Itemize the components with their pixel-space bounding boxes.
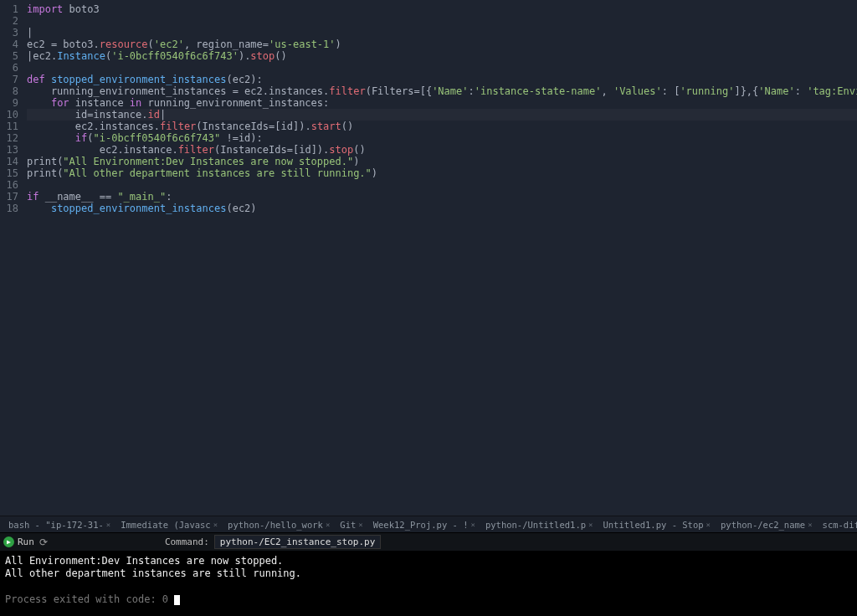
- line-number: 9: [0, 97, 18, 109]
- line-number: 5: [0, 50, 18, 62]
- close-icon[interactable]: ×: [326, 521, 330, 529]
- tab-label: python-/hello_work: [228, 520, 323, 530]
- close-icon[interactable]: ×: [471, 521, 475, 529]
- line-number: 7: [0, 74, 18, 85]
- line-number: 2: [0, 15, 18, 27]
- code-line[interactable]: |ec2.Instance('i-0bcff0540f6c6f743').sto…: [27, 50, 857, 62]
- tab[interactable]: python-/hello_work×: [223, 516, 335, 532]
- code-line[interactable]: print("All Environment:Dev Instances are…: [27, 156, 857, 167]
- console-exit-line: Process exited with code: 0: [5, 593, 852, 606]
- code-line[interactable]: |: [27, 27, 857, 38]
- code-area[interactable]: import boto3|ec2 = boto3.resource('ec2',…: [23, 0, 857, 516]
- reload-icon[interactable]: ⟳: [39, 536, 48, 548]
- run-label[interactable]: Run: [18, 536, 34, 547]
- code-line[interactable]: [27, 15, 857, 27]
- code-line[interactable]: id=instance.id|: [27, 109, 857, 121]
- code-line[interactable]: [27, 62, 857, 74]
- tab-label: Immediate (Javasc: [121, 520, 210, 530]
- tab-label: scm-diff-view:/hom: [823, 520, 857, 530]
- tab-label: python-/Untitled1.p: [485, 520, 586, 530]
- tab[interactable]: python-/Untitled1.p×: [480, 516, 598, 532]
- line-number: 6: [0, 62, 18, 74]
- tab-label: python-/ec2_name: [721, 520, 805, 530]
- line-number: 17: [0, 191, 18, 203]
- line-number: 15: [0, 167, 18, 179]
- code-line[interactable]: stopped_environment_instances(ec2): [27, 203, 857, 214]
- line-number: 3: [0, 27, 18, 38]
- code-line[interactable]: ec2.instance.filter(InstanceIds=[id]).st…: [27, 144, 857, 156]
- code-line[interactable]: if __name__ == "_main_":: [27, 191, 857, 203]
- line-number: 12: [0, 132, 18, 144]
- line-number: 11: [0, 121, 18, 132]
- code-editor[interactable]: 123456789101112131415161718 import boto3…: [0, 0, 857, 516]
- console-line: All other department instances are still…: [5, 567, 852, 580]
- code-line[interactable]: ec2 = boto3.resource('ec2', region_name=…: [27, 38, 857, 50]
- close-icon[interactable]: ×: [808, 521, 812, 529]
- code-line[interactable]: if("i-0bcff0540f6c6f743" !=id):: [27, 132, 857, 144]
- tab[interactable]: python-/ec2_name×: [716, 516, 818, 532]
- tab[interactable]: bash - "ip-172-31-×: [3, 516, 115, 532]
- code-line[interactable]: [27, 179, 857, 191]
- tab-bar[interactable]: bash - "ip-172-31-×Immediate (Javasc×pyt…: [0, 516, 857, 532]
- line-number: 18: [0, 203, 18, 214]
- line-number-gutter: 123456789101112131415161718: [0, 0, 23, 516]
- console-line: All Environment:Dev Instances are now st…: [5, 555, 852, 567]
- command-input[interactable]: python-/EC2_instance_stop.py: [214, 535, 381, 549]
- tab-label: Git: [340, 520, 356, 530]
- code-line[interactable]: running_environment_instances = ec2.inst…: [27, 85, 857, 97]
- tab-label: Untitled1.py - Stop: [603, 520, 703, 530]
- tab[interactable]: Untitled1.py - Stop×: [598, 516, 716, 532]
- run-icon[interactable]: ▶: [3, 536, 14, 547]
- tab-label: bash - "ip-172-31-: [8, 520, 104, 530]
- code-line[interactable]: def stopped_environment_instances(ec2):: [27, 74, 857, 85]
- cursor-icon: [174, 595, 180, 605]
- tab[interactable]: Week12_Proj.py - !×: [368, 516, 480, 532]
- code-line[interactable]: print("All other department instances ar…: [27, 167, 857, 179]
- tab[interactable]: Git×: [335, 516, 367, 532]
- close-icon[interactable]: ×: [588, 521, 593, 529]
- close-icon[interactable]: ×: [706, 521, 711, 529]
- command-label: Command:: [165, 536, 209, 547]
- tab[interactable]: scm-diff-view:/hom×: [818, 516, 857, 532]
- close-icon[interactable]: ×: [358, 521, 362, 529]
- line-number: 1: [0, 3, 18, 15]
- line-number: 8: [0, 85, 18, 97]
- code-line[interactable]: for instance in running_environment_inst…: [27, 97, 857, 109]
- close-icon[interactable]: ×: [106, 521, 110, 529]
- code-line[interactable]: import boto3: [27, 3, 857, 15]
- line-number: 16: [0, 179, 18, 191]
- close-icon[interactable]: ×: [213, 521, 218, 529]
- code-line[interactable]: ec2.instances.filter(InstanceIds=[id]).s…: [27, 121, 857, 132]
- run-bar: ▶ Run ⟳ Command: python-/EC2_instance_st…: [0, 532, 857, 551]
- console-output[interactable]: All Environment:Dev Instances are now st…: [0, 551, 857, 616]
- line-number: 10: [0, 109, 18, 121]
- line-number: 13: [0, 144, 18, 156]
- line-number: 4: [0, 38, 18, 50]
- tab[interactable]: Immediate (Javasc×: [115, 516, 223, 532]
- line-number: 14: [0, 156, 18, 167]
- tab-label: Week12_Proj.py - !: [373, 520, 469, 530]
